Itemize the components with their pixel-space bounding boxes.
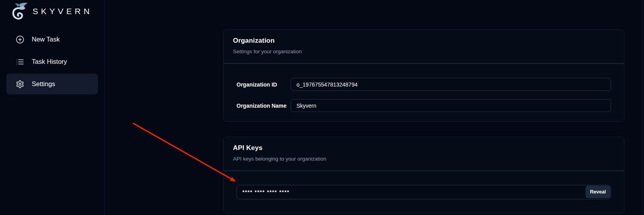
api-keys-card: API Keys API keys belonging to your orga…: [223, 137, 624, 213]
organization-name-row: Organization Name: [236, 99, 611, 112]
skyvern-dragon-icon: [9, 2, 28, 21]
organization-card-body: Organization ID Organization Name: [224, 64, 624, 112]
api-keys-card-title: API Keys: [233, 144, 615, 152]
organization-card-header: Organization Settings for your organizat…: [224, 30, 624, 64]
sidebar-item-new-task[interactable]: New Task: [6, 29, 98, 50]
reveal-button[interactable]: Reveal: [586, 186, 610, 198]
organization-name-label: Organization Name: [236, 103, 291, 109]
list-icon: [16, 58, 24, 66]
api-key-field[interactable]: [236, 185, 611, 199]
sidebar-item-task-history[interactable]: Task History: [6, 51, 98, 72]
sidebar-nav: New Task Task History Settings: [6, 29, 98, 94]
sidebar-item-label: Settings: [32, 80, 55, 88]
organization-name-input[interactable]: [291, 99, 611, 112]
sidebar-item-label: New Task: [32, 36, 60, 43]
organization-card: Organization Settings for your organizat…: [223, 29, 624, 122]
window-edge-divider: [642, 0, 642, 215]
sidebar-item-label: Task History: [32, 58, 67, 65]
organization-card-title: Organization: [233, 37, 615, 45]
logo-wordmark: SKYVERN: [33, 7, 93, 16]
skyvern-logo[interactable]: SKYVERN: [0, 0, 104, 21]
gear-icon: [16, 80, 24, 89]
organization-id-row: Organization ID: [236, 78, 611, 91]
organization-card-subtitle: Settings for your organization: [233, 49, 615, 54]
organization-id-label: Organization ID: [236, 81, 291, 88]
plus-circle-icon: [16, 35, 24, 44]
api-keys-card-header: API Keys API keys belonging to your orga…: [224, 137, 624, 171]
sidebar-item-settings[interactable]: Settings: [6, 74, 98, 94]
organization-id-input[interactable]: [291, 78, 611, 91]
api-key-row: Reveal: [236, 185, 611, 199]
api-keys-card-subtitle: API keys belonging to your organization: [233, 156, 615, 162]
sidebar: SKYVERN New Task Task History Settings: [0, 0, 105, 215]
